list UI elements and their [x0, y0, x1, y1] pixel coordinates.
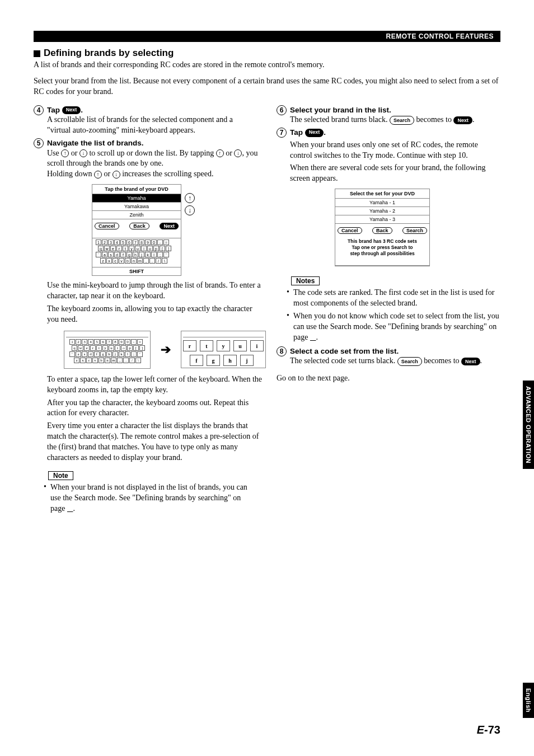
step-number-6: 6 [277, 105, 287, 115]
back-button: Back [129, 223, 149, 229]
right-arrow-icon: ➔ [161, 342, 171, 357]
kb-key: r [90, 345, 96, 351]
kb-key: l [151, 252, 157, 257]
up-arrow-icon: ↑ [61, 149, 69, 157]
next-button: Next [160, 223, 179, 229]
step-8: 8 Select a code set from the list. The s… [277, 346, 500, 367]
kb-key: y [102, 345, 108, 351]
note-label: Note [48, 471, 73, 480]
zoom-key: g [207, 355, 220, 366]
brand-item-selected: Yamaha [92, 194, 181, 203]
kb-key: 3 [108, 240, 114, 245]
step-7: 7 Tap Next. When your brand uses only on… [277, 128, 500, 271]
zoom-key: t [200, 340, 213, 351]
kb-row-1: 1234567890-= [96, 240, 177, 245]
kb-row-3b: `asdfghjkl;' [69, 351, 145, 357]
keyboard-zoom-illustration: 1234567890-= qwertyuiop[] `asdfghjkl;' z… [64, 331, 266, 369]
kb-key: 4 [114, 240, 120, 245]
step-5-p2: The keyboard zooms in, allowing you to t… [47, 304, 266, 325]
kb-key: 1 [69, 339, 75, 345]
zoom-key: h [223, 355, 237, 366]
kb-key: 4 [88, 339, 93, 345]
codeset-item: Yamaha - 2 [335, 207, 429, 215]
shift-key: SHIFT [92, 267, 181, 275]
kb-key: e [110, 246, 116, 251]
screenshot-button-row: Cancel Back Search [335, 224, 429, 237]
back-button: Back [372, 227, 392, 234]
kb-key: ; [157, 252, 163, 257]
down-arrow-icon: ↓ [79, 149, 87, 157]
down-arrow-icon: ↓ [113, 171, 120, 179]
kb-key: m [111, 358, 116, 363]
kb-key: m [137, 258, 143, 264]
kb-key: / [129, 358, 135, 363]
kb-key: o [121, 345, 127, 351]
kb-key: j [139, 252, 144, 257]
go-on-text: Go on to the next page. [277, 373, 500, 384]
kb-key: s [82, 351, 87, 357]
kb-key: w [78, 345, 83, 351]
kb-row-4: zxcvbnm,./\ [100, 258, 177, 264]
kb-key: v [119, 258, 124, 264]
step-5-p4: After you tap the character, the keyboar… [47, 398, 266, 419]
kb-key: 7 [133, 240, 138, 245]
kb-key: 5 [120, 240, 126, 245]
intro-para-1: A list of brands and their corresponding… [34, 60, 500, 71]
zoom-key: u [233, 340, 247, 351]
kb-key: b [99, 358, 104, 363]
screenshot-button-row: Cancel Back Next [92, 219, 181, 233]
kb-key: p [127, 345, 133, 351]
codeset-item: Yamaha - 3 [335, 215, 429, 224]
step-4: 4 Tap Next. A scrollable list of brands … [34, 105, 257, 136]
step-5-line2: Holding down ↑ or ↓ increases the scroll… [47, 169, 266, 180]
step-5-heading: Navigate the list of brands. [47, 138, 266, 148]
left-column: 4 Tap Next. A scrollable list of brands … [34, 103, 257, 516]
kb-key: s [108, 252, 114, 257]
kb-key: g [127, 252, 132, 257]
kb-key: n [105, 358, 110, 363]
kb-key: 5 [94, 339, 100, 345]
square-bullet-icon [34, 50, 40, 57]
kb-key: ' [163, 252, 169, 257]
kb-key: p [153, 246, 159, 251]
search-pill-icon: Search [397, 357, 422, 366]
kb-key: h [133, 252, 138, 257]
kb-key: x [106, 258, 112, 264]
step-7-heading: Tap Next. [290, 128, 500, 138]
zoom-key: i [250, 340, 264, 351]
side-tab-english: English [523, 683, 534, 718]
kb-key: j [113, 351, 118, 357]
scroll-up-icon: ↑ [185, 193, 195, 203]
kb-key: k [119, 351, 124, 357]
screenshot-title: Select the set for your DVD [335, 189, 429, 199]
step-number-7: 7 [277, 128, 287, 138]
section-title-text: Defining brands by selecting [44, 48, 174, 58]
step-4-heading: Tap Next. [47, 105, 257, 115]
kb-key: t [96, 345, 102, 351]
kb-key: 6 [127, 240, 132, 245]
next-pill-icon: Next [62, 106, 81, 114]
kb-key: 1 [96, 240, 101, 245]
kb-key: o [147, 246, 153, 251]
kb-key: q [72, 345, 77, 351]
up-arrow-icon: ↑ [216, 149, 224, 157]
zoom-key: j [240, 355, 254, 366]
brand-item: Zenith [92, 211, 181, 219]
kb-key: l [125, 351, 130, 357]
step-5: 5 Navigate the list of brands. Use ↑ or … [34, 138, 257, 466]
section-header-text: REMOTE CONTROL FEATURES [386, 32, 494, 40]
kb-key: 7 [106, 339, 112, 345]
notes-bullet-2: When you do not know which code set to s… [293, 311, 500, 343]
kb-key: f [94, 351, 100, 357]
kb-key: - [157, 240, 163, 245]
kb-key: g [100, 351, 106, 357]
kb-key: , [117, 358, 123, 363]
kb-key: i [115, 345, 120, 351]
kb-key: r [116, 246, 122, 251]
kb-key: ; [131, 351, 137, 357]
kb-key: a [76, 351, 81, 357]
cancel-button: Cancel [95, 223, 119, 229]
step-8-line: The selected code set turns black. Searc… [290, 356, 500, 367]
step-5-line1: Use ↑ or ↓ to scroll up or down the list… [47, 148, 266, 170]
kb-key: - [131, 339, 137, 345]
